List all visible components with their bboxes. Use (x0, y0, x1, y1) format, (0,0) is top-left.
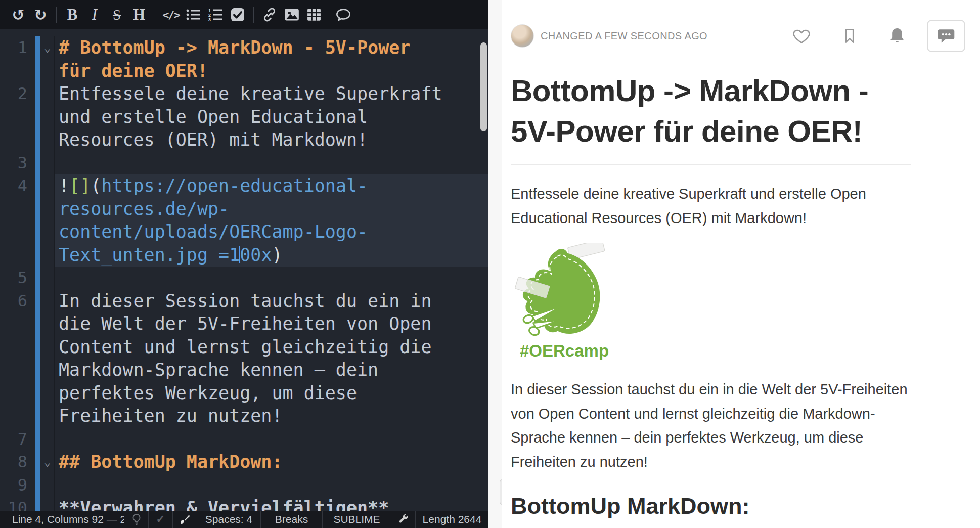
italic-button[interactable]: I (83, 4, 106, 26)
code-row[interactable]: content/uploads/OERCamp-Logo- (0, 221, 488, 244)
code-row[interactable]: Freiheiten zu nutzen! (0, 405, 488, 428)
pane-divider (488, 0, 502, 528)
fold-gutter (40, 474, 55, 497)
comment-button[interactable] (332, 4, 354, 26)
spellcheck-button[interactable]: ✓ (149, 511, 173, 528)
line-number (0, 336, 35, 359)
line-number: 9 (0, 474, 35, 497)
code-text: die Welt der 5V-Freiheiten von Open (55, 313, 488, 336)
image-icon (284, 8, 299, 22)
code-text: **Verwahren & Vervielfältigen** (55, 497, 488, 511)
code-row[interactable]: 4![](https://open-educational- (0, 174, 488, 198)
code-text (55, 267, 488, 290)
preview-header: CHANGED A FEW SECONDS AGO (511, 19, 965, 53)
fold-gutter (40, 198, 55, 221)
fold-gutter (40, 405, 55, 428)
check-list-button[interactable] (227, 4, 249, 26)
comments-panel-button[interactable] (927, 20, 965, 52)
authorship-bar (35, 359, 40, 382)
code-row[interactable]: resources.de/wp- (0, 198, 488, 221)
preferences-button[interactable] (391, 511, 416, 528)
table-button[interactable] (303, 4, 325, 26)
code-text: Resources (OER) mit Markdown! (55, 128, 488, 152)
link-button[interactable] (258, 4, 281, 26)
authorship-bar (35, 336, 40, 359)
fold-gutter (40, 313, 55, 336)
code-row[interactable]: 8⌄## BottomUp MarkDown: (0, 451, 488, 474)
indent-setting[interactable]: Spaces: 4 (197, 511, 261, 528)
last-changed-label: CHANGED A FEW SECONDS AGO (541, 30, 707, 42)
editor-pane: ↺ ↻ B I S H </> 1 2 3 (0, 0, 488, 528)
authorship-bar (35, 198, 40, 221)
authorship-bar (35, 128, 40, 152)
code-text (55, 474, 488, 497)
line-number (0, 382, 35, 405)
preview-paragraph-1: Entfessele deine kreative Superkraft und… (511, 182, 911, 230)
code-row[interactable]: Text_unten.jpg =100x) (0, 244, 488, 267)
brush-icon (179, 513, 191, 525)
code-row[interactable]: Markdown-Sprache kennen – dein (0, 359, 488, 382)
fold-toggle-icon[interactable]: ⌄ (40, 451, 55, 474)
ordered-list-button[interactable]: 1 2 3 (204, 4, 227, 26)
ordered-list-icon: 1 2 3 (208, 8, 223, 22)
avatar[interactable] (511, 24, 534, 48)
bookmark-icon (841, 26, 858, 46)
authorship-bar (35, 313, 40, 336)
editor-scrollbar[interactable] (480, 42, 487, 131)
format-brush-button[interactable] (173, 511, 197, 528)
preview-paragraph-2: In dieser Session tauchst du ein in die … (511, 378, 911, 474)
oercamp-logo: #OERcamp (511, 243, 617, 361)
code-row[interactable]: für deine OER! (0, 60, 488, 83)
editor-toolbar: ↺ ↻ B I S H </> 1 2 3 (0, 0, 488, 29)
code-row[interactable]: Content und lernst gleichzeitig die (0, 336, 488, 359)
undo-button[interactable]: ↺ (7, 4, 29, 26)
code-row[interactable]: 7 (0, 428, 488, 451)
linebreak-setting[interactable]: Breaks (261, 511, 323, 528)
comment-icon (336, 8, 351, 22)
code-text: In dieser Session tauchst du ein in (55, 290, 488, 313)
toolbar-separator (155, 7, 155, 23)
image-button[interactable] (281, 4, 303, 26)
toolbar-separator (253, 7, 254, 23)
code-row[interactable]: die Welt der 5V-Freiheiten von Open (0, 313, 488, 336)
subscribe-button[interactable] (887, 26, 907, 46)
code-row[interactable]: 1⌄# BottomUp -> MarkDown - 5V-Power (0, 36, 488, 60)
code-text (55, 152, 488, 175)
fold-gutter (40, 82, 55, 106)
line-number (0, 198, 35, 221)
code-row[interactable]: und erstelle Open Educational (0, 106, 488, 129)
line-number (0, 313, 35, 336)
authorship-bar (35, 60, 40, 83)
code-row[interactable]: Resources (OER) mit Markdown! (0, 128, 488, 152)
code-row[interactable]: 6In dieser Session tauchst du ein in (0, 290, 488, 313)
like-button[interactable] (791, 26, 812, 46)
bookmark-button[interactable] (841, 26, 858, 46)
line-number (0, 221, 35, 244)
toolbar-separator (56, 7, 57, 23)
line-number (0, 405, 35, 428)
heading-button[interactable]: H (128, 4, 150, 26)
code-row[interactable]: 10**Verwahren & Vervielfältigen** (0, 497, 488, 511)
authorship-bar (35, 244, 40, 267)
unordered-list-button[interactable] (182, 4, 204, 26)
hint-button[interactable] (124, 511, 149, 528)
code-text: ## BottomUp MarkDown: (55, 451, 488, 474)
redo-button[interactable]: ↻ (29, 4, 52, 26)
code-row[interactable]: 9 (0, 474, 488, 497)
keymap-setting[interactable]: SUBLIME (323, 511, 391, 528)
code-row[interactable]: 2Entfessele deine kreative Superkraft (0, 82, 488, 106)
code-text (55, 428, 488, 451)
fold-toggle-icon[interactable]: ⌄ (40, 36, 55, 60)
code-row[interactable]: perfektes Werkzeug, um diese (0, 382, 488, 405)
code-row[interactable]: 5 (0, 267, 488, 290)
preview-title: BottomUp -> MarkDown - 5V-Power für dein… (511, 71, 911, 165)
code-button[interactable]: </> (160, 4, 182, 26)
strikethrough-button[interactable]: S (106, 4, 128, 26)
fold-gutter (40, 428, 55, 451)
bold-button[interactable]: B (61, 4, 83, 26)
code-text: ![](https://open-educational- (55, 174, 488, 198)
authorship-bar (35, 82, 40, 106)
code-row[interactable]: 3 (0, 152, 488, 175)
editor-input[interactable]: 1⌄# BottomUp -> MarkDown - 5V-Powerfür d… (0, 29, 488, 511)
authorship-bar (35, 106, 40, 129)
